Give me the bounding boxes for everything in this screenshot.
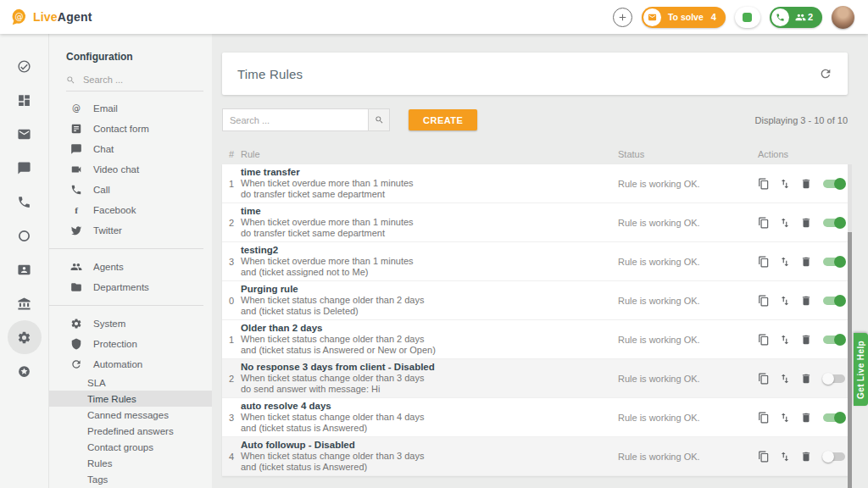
- sidebar-subitem-canned-messages[interactable]: Canned messages: [49, 407, 212, 423]
- rule-enabled-toggle[interactable]: [823, 297, 845, 305]
- rule-name[interactable]: auto resolve 4 days: [241, 401, 618, 412]
- copy-icon[interactable]: [758, 412, 770, 424]
- copy-icon[interactable]: [758, 373, 770, 385]
- get-live-help-button[interactable]: Get Live Help: [854, 333, 868, 406]
- sidebar-subitem-predefined-answers[interactable]: Predefined answers: [49, 423, 212, 439]
- call-status-button[interactable]: 2: [770, 7, 822, 28]
- sidebar-subitem-rules[interactable]: Rules: [49, 455, 212, 471]
- import-export-icon[interactable]: [779, 178, 791, 190]
- chat-status-button[interactable]: [735, 7, 760, 28]
- sidebar-item-chat[interactable]: Chat: [49, 139, 212, 159]
- copy-icon[interactable]: [758, 217, 770, 229]
- rail-item-ring[interactable]: [8, 219, 42, 252]
- rules-search-button[interactable]: [368, 108, 390, 131]
- table-row[interactable]: 2timeWhen ticket overdue more than 1 min…: [222, 203, 848, 242]
- table-header: # Rule Status Actions: [222, 144, 848, 164]
- rule-status: Rule is working OK.: [618, 218, 758, 228]
- import-export-icon[interactable]: [779, 295, 791, 307]
- copy-icon[interactable]: [758, 178, 770, 190]
- sidebar-subitem-tags[interactable]: Tags: [49, 471, 212, 487]
- sidebar-item-agents[interactable]: Agents: [49, 257, 212, 277]
- import-export-icon[interactable]: [779, 334, 791, 346]
- rules-search-input[interactable]: [222, 108, 368, 131]
- rule-name[interactable]: time transfer: [241, 167, 618, 178]
- rule-name[interactable]: Auto followup - Disabled: [241, 440, 618, 451]
- rail-item-dashboard[interactable]: [8, 83, 42, 117]
- table-row[interactable]: 4Auto followup - DisabledWhen ticket sta…: [222, 437, 848, 476]
- copy-icon[interactable]: [758, 334, 770, 346]
- table-row[interactable]: 2No response 3 days from client - Disabl…: [222, 359, 848, 398]
- sidebar-subitem-contact-groups[interactable]: Contact groups: [49, 439, 212, 455]
- to-solve-button[interactable]: To solve 4: [642, 7, 726, 28]
- sidebar-item-protection[interactable]: Protection: [49, 334, 212, 354]
- rule-number: 1: [222, 179, 241, 189]
- import-export-icon[interactable]: [779, 217, 791, 229]
- rail-item-mail[interactable]: [8, 117, 42, 151]
- rule-name[interactable]: Purging rule: [241, 284, 618, 295]
- trash-icon[interactable]: [800, 334, 812, 346]
- add-button[interactable]: [613, 8, 632, 27]
- import-export-icon[interactable]: [779, 412, 791, 424]
- rule-name[interactable]: time: [241, 206, 618, 217]
- rail-item-star[interactable]: [8, 354, 42, 388]
- sidebar-item-departments[interactable]: Departments: [49, 277, 212, 297]
- svg-text:f: f: [75, 205, 78, 215]
- toggle-knob: [834, 178, 846, 190]
- rule-name[interactable]: testing2: [241, 245, 618, 256]
- rule-enabled-toggle[interactable]: [823, 180, 845, 188]
- sidebar-item-system[interactable]: System: [49, 313, 212, 334]
- sidebar-item-automation[interactable]: Automation: [49, 354, 212, 374]
- rule-enabled-toggle[interactable]: [823, 258, 845, 266]
- contact-card-icon: [17, 263, 31, 277]
- user-avatar[interactable]: [832, 6, 854, 29]
- config-sidebar: Configuration @EmailContact formChatVide…: [49, 34, 212, 488]
- sidebar-item-call[interactable]: Call: [49, 180, 212, 200]
- app-logo[interactable]: @ LiveAgent: [10, 8, 92, 26]
- copy-icon[interactable]: [758, 256, 770, 268]
- rule-enabled-toggle[interactable]: [823, 336, 845, 344]
- trash-icon[interactable]: [800, 295, 812, 307]
- rule-enabled-toggle[interactable]: [823, 452, 845, 461]
- rule-name[interactable]: No response 3 days from client - Disable…: [241, 362, 618, 373]
- sidebar-item-email[interactable]: @Email: [49, 98, 212, 119]
- sidebar-subitem-time-rules[interactable]: Time Rules: [49, 391, 212, 407]
- import-export-icon[interactable]: [779, 256, 791, 268]
- import-export-icon[interactable]: [779, 451, 791, 463]
- sidebar-item-video-chat[interactable]: Video chat: [49, 159, 212, 180]
- trash-icon[interactable]: [800, 256, 812, 268]
- trash-icon[interactable]: [800, 178, 812, 190]
- trash-icon[interactable]: [800, 412, 812, 424]
- rail-item-bank[interactable]: [8, 286, 42, 320]
- table-row[interactable]: 0Purging ruleWhen ticket status change o…: [222, 281, 848, 320]
- rail-item-gear[interactable]: [8, 320, 42, 354]
- trash-icon[interactable]: [800, 373, 812, 385]
- rule-enabled-toggle[interactable]: [823, 413, 845, 422]
- table-row[interactable]: 3auto resolve 4 daysWhen ticket status c…: [222, 398, 848, 437]
- trash-icon[interactable]: [800, 217, 812, 229]
- sidebar-item-facebook[interactable]: fFacebook: [49, 200, 212, 220]
- rail-item-check-circle[interactable]: [8, 49, 42, 83]
- rail-item-contact-card[interactable]: [8, 252, 42, 286]
- table-row[interactable]: 1time transferWhen ticket overdue more t…: [222, 164, 848, 203]
- rule-enabled-toggle[interactable]: [823, 374, 845, 383]
- trash-icon[interactable]: [800, 451, 812, 463]
- sidebar-subitem-sla[interactable]: SLA: [49, 374, 212, 391]
- refresh-button[interactable]: [819, 67, 832, 80]
- rule-enabled-toggle[interactable]: [823, 219, 845, 227]
- create-button[interactable]: CREATE: [409, 109, 477, 130]
- import-export-icon[interactable]: [779, 373, 791, 385]
- sidebar-search-input[interactable]: [83, 75, 176, 85]
- scrollbar-thumb[interactable]: [848, 232, 852, 488]
- rule-name[interactable]: Older than 2 days: [241, 323, 618, 334]
- rail-item-chat[interactable]: [8, 151, 42, 185]
- copy-icon[interactable]: [758, 451, 770, 463]
- table-row[interactable]: 3testing2When ticket overdue more than 1…: [222, 242, 848, 281]
- copy-icon[interactable]: [758, 295, 770, 307]
- rail-item-phone[interactable]: [8, 185, 42, 219]
- table-scrollbar[interactable]: [848, 164, 852, 485]
- sidebar-item-twitter[interactable]: Twitter: [49, 220, 212, 241]
- sidebar-item-contact-form[interactable]: Contact form: [49, 119, 212, 139]
- rule-action-line: do transfer ticket same department: [241, 228, 618, 240]
- table-row[interactable]: 1Older than 2 daysWhen ticket status cha…: [222, 320, 848, 359]
- sidebar-search[interactable]: [66, 75, 203, 92]
